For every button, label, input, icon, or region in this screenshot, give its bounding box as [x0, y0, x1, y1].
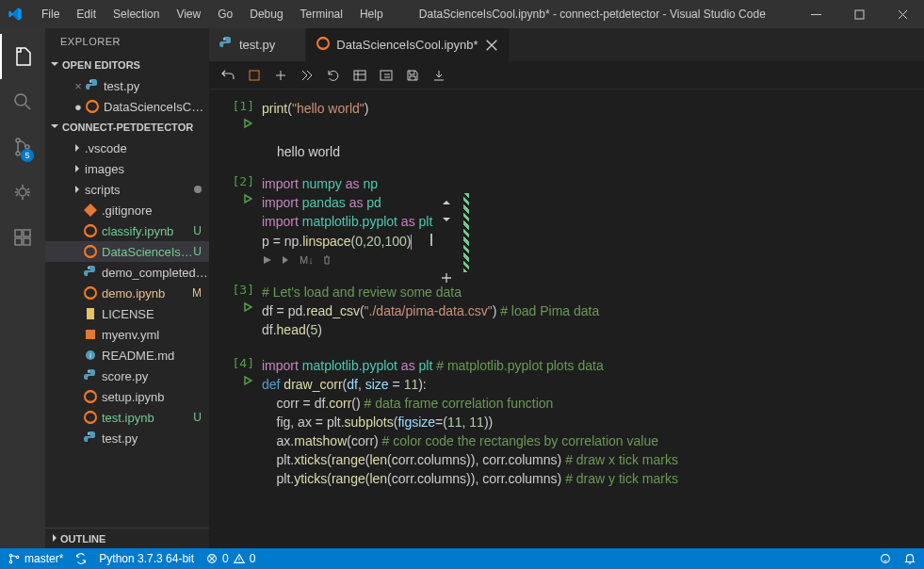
svg-point-2 [15, 94, 26, 106]
status-python[interactable]: Python 3.7.3 64-bit [99, 552, 194, 565]
close-button[interactable] [881, 0, 924, 28]
svg-point-3 [16, 138, 20, 142]
run-cell-button[interactable] [241, 117, 254, 133]
editor-area: test.pyDataScienceIsCool.ipynb* [209, 28, 924, 548]
status-problems[interactable]: 0 0 [205, 552, 255, 565]
status-sync[interactable] [74, 552, 88, 565]
activity-scm[interactable]: 5 [0, 124, 45, 170]
file-tree-item[interactable]: test.ipynbU [45, 407, 209, 428]
menu-bar: FileEditSelectionViewGoDebugTerminalHelp [34, 4, 391, 24]
stop-icon[interactable] [247, 68, 262, 83]
svg-point-37 [882, 555, 890, 563]
run-cell-button[interactable] [241, 192, 254, 208]
activity-extensions[interactable] [0, 215, 45, 260]
svg-rect-7 [15, 230, 22, 236]
close-tab-icon[interactable] [281, 38, 296, 53]
svg-point-4 [16, 152, 20, 155]
run-cell-icon[interactable] [262, 254, 273, 266]
activity-bar: 5 [0, 28, 45, 548]
svg-point-34 [9, 561, 12, 563]
project-header[interactable]: CONNECT-PETDETECTOR [45, 117, 209, 138]
svg-rect-0 [811, 14, 821, 15]
outline-header[interactable]: OUTLINE [45, 528, 209, 548]
file-tree-item[interactable]: LICENSE [45, 303, 209, 324]
svg-rect-30 [250, 71, 259, 80]
status-bell[interactable] [903, 552, 916, 565]
notebook-cell[interactable]: [4]import matplotlib.pyplot as plt # mat… [209, 354, 924, 490]
toolbar-icon-1[interactable] [352, 68, 367, 83]
file-tree-item[interactable]: setup.ipynb [45, 386, 209, 407]
menu-selection[interactable]: Selection [105, 4, 167, 24]
activity-search[interactable] [0, 79, 45, 124]
save-icon[interactable] [405, 68, 420, 83]
svg-point-24 [223, 38, 224, 39]
menu-go[interactable]: Go [210, 4, 240, 24]
close-tab-icon[interactable] [484, 38, 499, 53]
status-bar: master* Python 3.7.3 64-bit 0 0 [0, 548, 924, 569]
file-tree-item[interactable]: myenv.yml [45, 324, 209, 345]
toolbar-icon-2[interactable] [379, 68, 394, 83]
minimize-button[interactable] [794, 0, 837, 28]
status-feedback[interactable] [879, 552, 892, 565]
editor-tabs: test.pyDataScienceIsCool.ipynb* [209, 28, 924, 61]
svg-rect-9 [24, 238, 30, 245]
menu-terminal[interactable]: Terminal [293, 4, 350, 24]
restart-icon[interactable] [326, 68, 341, 83]
file-tree-item[interactable]: .gitignore [45, 200, 209, 220]
file-tree-item[interactable]: scripts [45, 179, 209, 200]
open-editors-header[interactable]: OPEN EDITORS [45, 55, 209, 75]
notebook-cell[interactable]: [1]print("hello world") [209, 97, 924, 135]
run-cell-button[interactable] [241, 301, 254, 317]
open-editor-item[interactable]: ●DataScienceIsCoo... [45, 96, 209, 117]
run-cell-button[interactable] [241, 374, 254, 390]
file-tree-item[interactable]: test.py [45, 428, 209, 448]
svg-point-6 [19, 188, 26, 196]
svg-point-20 [88, 370, 89, 371]
svg-rect-1 [855, 10, 864, 19]
editor-tab[interactable]: DataScienceIsCool.ipynb* [306, 28, 509, 61]
run-below-icon[interactable] [281, 254, 292, 266]
cell-output: hello world [224, 144, 924, 159]
add-cell-icon[interactable] [273, 68, 288, 83]
file-tree-item[interactable]: images [45, 158, 209, 179]
file-tree-item[interactable]: classify.ipynbU [45, 220, 209, 241]
file-tree-item[interactable]: DataScienceIsCo...U [45, 241, 209, 262]
file-tree-item[interactable]: score.py [45, 366, 209, 386]
svg-rect-10 [24, 230, 30, 236]
menu-help[interactable]: Help [352, 4, 391, 24]
svg-rect-32 [381, 71, 392, 80]
menu-debug[interactable]: Debug [242, 4, 290, 24]
status-branch[interactable]: master* [8, 552, 63, 565]
svg-point-11 [89, 80, 90, 81]
svg-rect-17 [86, 330, 95, 339]
notebook-cell[interactable]: [3]# Let's load and review some datadf =… [209, 281, 924, 341]
export-icon[interactable] [431, 68, 446, 83]
file-tree-item[interactable]: demo.ipynbM [45, 283, 209, 303]
activity-debug[interactable] [0, 170, 45, 215]
notebook-cell[interactable]: [2]import numpy as npimport pandas as pd… [209, 172, 924, 268]
cell-focus-indicator [463, 193, 469, 272]
sidebar-title: EXPLORER [45, 28, 209, 55]
window-title: DataScienceIsCool.ipynb* - connect-petde… [391, 8, 794, 21]
menu-edit[interactable]: Edit [69, 4, 104, 24]
svg-point-23 [88, 432, 89, 433]
undo-icon[interactable] [220, 68, 235, 83]
run-all-icon[interactable] [300, 68, 315, 83]
notebook-editor[interactable]: [1]print("hello world")hello world[2]imp… [209, 89, 924, 548]
delete-cell-icon[interactable] [321, 254, 332, 266]
menu-file[interactable]: File [34, 4, 67, 24]
activity-explorer[interactable] [0, 34, 45, 79]
cell-fold-controls[interactable] [439, 195, 454, 227]
maximize-button[interactable] [837, 0, 881, 28]
menu-view[interactable]: View [169, 4, 208, 24]
scm-badge: 5 [21, 149, 34, 162]
editor-tab[interactable]: test.py [209, 28, 306, 61]
add-cell-below[interactable] [439, 270, 454, 288]
open-editor-item[interactable]: ×test.py [45, 75, 209, 96]
vscode-logo-icon [8, 7, 23, 22]
title-bar: FileEditSelectionViewGoDebugTerminalHelp… [0, 0, 924, 28]
file-tree-item[interactable]: .vscode [45, 138, 209, 158]
file-tree-item[interactable]: demo_completed.py [45, 262, 209, 283]
file-tree-item[interactable]: iREADME.md [45, 345, 209, 366]
svg-point-33 [9, 554, 12, 557]
